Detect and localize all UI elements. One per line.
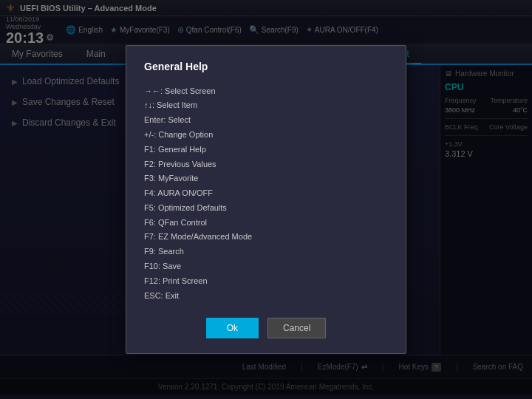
help-line-14: ESC: Exit (144, 289, 388, 304)
help-line-3: +/-: Change Option (144, 128, 388, 143)
help-line-1: ↑↓: Select Item (144, 98, 388, 113)
help-line-13: F12: Print Screen (144, 274, 388, 289)
general-help-modal: General Help →←: Select Screen ↑↓: Selec… (126, 45, 406, 355)
help-line-4: F1: General Help (144, 143, 388, 157)
modal-title: General Help (144, 61, 388, 72)
help-line-11: F9: Search (144, 245, 388, 259)
help-line-9: F6: QFan Control (144, 216, 388, 231)
help-line-0: →←: Select Screen (144, 84, 388, 99)
help-line-12: F10: Save (144, 259, 388, 274)
modal-content: →←: Select Screen ↑↓: Select Item Enter:… (144, 84, 388, 304)
help-line-10: F7: EZ Mode/Advanced Mode (144, 230, 388, 245)
cancel-button[interactable]: Cancel (267, 318, 326, 338)
modal-overlay: General Help →←: Select Screen ↑↓: Selec… (0, 0, 532, 399)
modal-actions: Ok Cancel (144, 318, 388, 338)
help-line-5: F2: Previous Values (144, 157, 388, 172)
ok-button[interactable]: Ok (206, 318, 259, 338)
help-line-7: F4: AURA ON/OFF (144, 186, 388, 201)
help-line-8: F5: Optimized Defaults (144, 201, 388, 216)
help-line-2: Enter: Select (144, 113, 388, 128)
help-line-6: F3: MyFavorite (144, 171, 388, 186)
